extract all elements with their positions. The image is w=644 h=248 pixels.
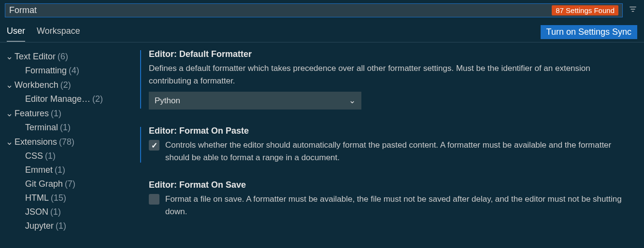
tree-count: (1) <box>50 207 61 217</box>
tree-count: (1) <box>56 221 66 231</box>
checkbox-row: Controls whether the editor should autom… <box>149 139 630 164</box>
setting-description: Format a file on save. A formatter must … <box>165 193 630 218</box>
chevron-down-icon: ⌄ <box>5 51 14 62</box>
tree-count: (1) <box>51 109 61 119</box>
tab-workspace[interactable]: Workspace <box>37 26 80 41</box>
tree-label: Workbench <box>14 80 58 90</box>
tree-count: (78) <box>59 137 74 147</box>
filter-icon[interactable] <box>627 3 639 17</box>
tree-item-emmet[interactable]: Emmet (1) <box>5 163 136 177</box>
tree-item-text-editor[interactable]: ⌄ Text Editor (6) <box>5 49 136 64</box>
tree-count: (1) <box>60 123 71 133</box>
tree-label: Jupyter <box>25 221 54 231</box>
setting-description: Controls whether the editor should autom… <box>165 139 630 164</box>
chevron-down-icon: ⌄ <box>5 80 14 90</box>
setting-title: Editor: Format On Paste <box>149 126 630 136</box>
setting-title: Editor: Default Formatter <box>149 49 630 59</box>
setting-title: Editor: Format On Save <box>149 180 630 190</box>
format-on-paste-checkbox[interactable] <box>149 140 159 151</box>
tree-label: Terminal <box>25 123 58 133</box>
tree-label: Extensions <box>14 137 57 147</box>
tree-item-features[interactable]: ⌄ Features (1) <box>5 106 136 121</box>
tree-label: CSS <box>25 151 43 161</box>
results-count-badge: 87 Settings Found <box>552 5 618 15</box>
tree-count: (2) <box>92 94 103 104</box>
tree-label: Git Graph <box>25 179 63 189</box>
tree-label: Editor Manage… <box>25 94 90 104</box>
default-formatter-select[interactable]: Python ⌄ <box>149 92 361 110</box>
tree-item-formatting[interactable]: Formatting (4) <box>5 64 136 78</box>
tree-item-editor-management[interactable]: Editor Manage… (2) <box>5 92 136 106</box>
tree-label: HTML <box>25 193 49 203</box>
scope-tabs: User Workspace <box>7 26 80 41</box>
tree-item-jupyter[interactable]: Jupyter (1) <box>5 219 136 233</box>
tab-user[interactable]: User <box>7 26 25 41</box>
tree-count: (15) <box>51 193 66 203</box>
tree-item-json[interactable]: JSON (1) <box>5 205 136 219</box>
tree-label: Features <box>14 109 49 119</box>
tree-item-html[interactable]: HTML (15) <box>5 191 136 205</box>
setting-format-on-paste: Editor: Format On Paste Controls whether… <box>140 126 630 164</box>
tree-label: Emmet <box>25 165 53 175</box>
setting-description: Defines a default formatter which takes … <box>149 62 630 87</box>
setting-default-formatter: Editor: Default Formatter Defines a defa… <box>140 49 630 110</box>
tree-label: Text Editor <box>14 52 56 62</box>
tree-item-terminal[interactable]: Terminal (1) <box>5 121 136 135</box>
tree-item-css[interactable]: CSS (1) <box>5 149 136 163</box>
chevron-down-icon: ⌄ <box>349 96 356 106</box>
tree-count: (2) <box>60 80 71 90</box>
tabs-row: User Workspace Turn on Settings Sync <box>0 20 644 42</box>
select-value: Python <box>155 96 180 106</box>
tree-count: (1) <box>45 151 56 161</box>
settings-tree: ⌄ Text Editor (6) Formatting (4) ⌄ Workb… <box>0 42 140 244</box>
setting-format-on-save: Editor: Format On Save Format a file on … <box>140 180 630 218</box>
tree-item-git-graph[interactable]: Git Graph (7) <box>5 177 136 191</box>
tree-count: (6) <box>57 52 68 62</box>
settings-panel: Editor: Default Formatter Defines a defa… <box>140 42 644 244</box>
tree-item-extensions[interactable]: ⌄ Extensions (78) <box>5 135 136 149</box>
settings-sync-button[interactable]: Turn on Settings Sync <box>541 25 637 39</box>
tree-label: JSON <box>25 207 48 217</box>
tree-count: (1) <box>55 165 65 175</box>
search-input[interactable]: Format 87 Settings Found <box>5 3 623 17</box>
chevron-down-icon: ⌄ <box>5 108 14 119</box>
tree-count: (7) <box>65 179 75 189</box>
tree-label: Formatting <box>25 66 67 76</box>
search-value: Format <box>9 5 37 15</box>
checkbox-row: Format a file on save. A formatter must … <box>149 193 630 218</box>
search-row: Format 87 Settings Found <box>0 0 644 20</box>
content-area: ⌄ Text Editor (6) Formatting (4) ⌄ Workb… <box>0 42 644 244</box>
tree-count: (4) <box>69 66 79 76</box>
format-on-save-checkbox[interactable] <box>149 194 159 205</box>
chevron-down-icon: ⌄ <box>5 137 14 147</box>
tree-item-workbench[interactable]: ⌄ Workbench (2) <box>5 78 136 92</box>
